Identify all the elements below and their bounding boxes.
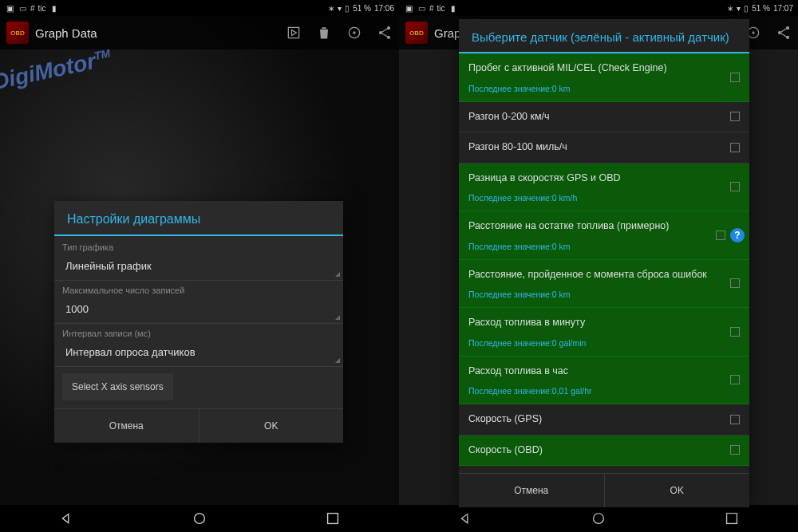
status-bar: ▣ ▭ # tic ▮ ∗ ▾ ▯ 51 % 17:06 (0, 0, 399, 16)
sensor-checkbox[interactable] (730, 73, 740, 82)
wifi-icon: ▾ (737, 4, 741, 13)
carrier-label: tic (437, 4, 445, 13)
sensor-checkbox[interactable] (716, 231, 725, 240)
ok-button[interactable]: OK (605, 474, 750, 507)
dialog-title: Настройки диаграммы (54, 201, 343, 234)
play-icon[interactable] (286, 25, 302, 41)
app-title: Graph Data (35, 26, 279, 40)
app-bar: OBD Graph Data (0, 16, 399, 49)
recent-icon[interactable] (723, 510, 741, 527)
wifi-icon: ▾ (338, 4, 342, 13)
sensor-item[interactable]: Разгон 0-200 км/ч (459, 102, 749, 133)
sensor-last-value: Последнее значение:0 km (468, 84, 721, 93)
svg-point-12 (594, 514, 604, 524)
sensor-checkbox[interactable] (730, 415, 740, 424)
sensor-checkbox[interactable] (730, 375, 740, 384)
sensor-last-value: Последнее значение:0 gal/min (468, 338, 721, 348)
sensor-name: Скорость (GPS) (468, 412, 721, 427)
sensor-checkbox[interactable] (730, 112, 740, 121)
chart-type-label: Тип графика (54, 238, 343, 254)
sensor-item[interactable]: Разница в скоростях GPS и OBDПоследнее з… (459, 164, 749, 212)
sensor-name: Расстояние, пройденное с момента сброса … (468, 268, 721, 282)
svg-point-3 (379, 31, 382, 34)
interval-label: Интервал записи (мс) (54, 324, 343, 340)
sensor-name: Разгон 80-100 миль/ч (468, 140, 721, 155)
back-icon[interactable] (57, 510, 75, 527)
cancel-button[interactable]: Отмена (459, 474, 605, 507)
sensor-name: Расход топлива в час (468, 365, 721, 379)
sensor-item[interactable]: Расстояние на остатке топлива (примерно)… (459, 211, 749, 260)
signal-icon: ▮ (448, 3, 458, 13)
sensor-checkbox[interactable] (730, 278, 740, 288)
sensor-item[interactable]: Пробег с активной MIL/CEL (Check Engine)… (459, 53, 749, 102)
sensor-name: Расход топлива в минуту (468, 316, 721, 330)
svg-point-9 (786, 26, 789, 30)
svg-point-5 (195, 514, 205, 524)
sensor-name: Пробег с активной MIL/CEL (Check Engine) (468, 61, 721, 76)
svg-rect-13 (726, 514, 737, 524)
sensor-name: Скорость (OBD) (468, 443, 721, 458)
chart-type-select[interactable]: Линейный график (54, 254, 343, 281)
carrier-label: tic (38, 4, 46, 13)
svg-point-11 (786, 36, 789, 39)
svg-point-1 (353, 31, 355, 33)
home-icon[interactable] (191, 510, 208, 527)
sensor-last-value: Последнее значение:0 km (468, 242, 721, 251)
interval-select[interactable]: Интервал опроса датчиков (54, 340, 343, 367)
sensor-item[interactable]: Расстояние, пройденное с момента сброса … (459, 260, 749, 309)
clock-label: 17:06 (374, 4, 394, 13)
sensor-list[interactable]: Пробег с активной MIL/CEL (Check Engine)… (459, 53, 749, 473)
bluetooth-icon: ∗ (727, 4, 733, 13)
battery-label: 51 % (353, 4, 371, 13)
sensor-name: Расстояние на остатке топлива (примерно) (468, 219, 721, 234)
sensor-item[interactable]: Разгон 80-100 миль/ч (459, 132, 749, 164)
svg-point-8 (752, 31, 754, 33)
cancel-button[interactable]: Отмена (54, 409, 200, 443)
battery-icon: ▯ (744, 4, 749, 13)
battery-label: 51 % (752, 4, 770, 13)
sensor-checkbox[interactable] (730, 143, 740, 152)
battery-icon: ▯ (345, 4, 350, 13)
notif-icon: ▣ (404, 3, 413, 13)
sensor-select-dialog: Выберите датчик (зелёный - активный датч… (459, 19, 749, 507)
status-bar: ▣ ▭ # tic ▮ ∗ ▾ ▯ 51 % 17:07 (399, 0, 798, 16)
dialog-title: Выберите датчик (зелёный - активный датч… (459, 19, 749, 52)
sensor-checkbox[interactable] (730, 182, 740, 191)
back-icon[interactable] (456, 510, 474, 527)
svg-point-10 (778, 31, 781, 34)
sensor-last-value: Последнее значение:0 km/h (468, 193, 721, 203)
signal-icon: ▮ (49, 3, 59, 13)
target-icon[interactable] (346, 25, 362, 41)
select-sensors-button[interactable]: Select X axis sensors (62, 373, 173, 400)
sensor-last-value: Последнее значение:0 km (468, 290, 721, 299)
sensor-name: Разгон 0-200 км/ч (468, 110, 721, 124)
max-records-select[interactable]: 1000 (54, 297, 343, 324)
notif-icon: ▣ (5, 3, 14, 13)
sensor-checkbox[interactable] (730, 327, 740, 337)
sensor-item[interactable]: Скорость (OBD) (459, 435, 749, 467)
bluetooth-icon: ∗ (328, 4, 334, 13)
recent-icon[interactable] (324, 510, 342, 527)
app-logo-icon: OBD (6, 22, 29, 44)
hash-icon: # (429, 4, 434, 13)
sensor-item[interactable]: Расход топлива в часПоследнее значение:0… (459, 357, 749, 405)
svg-rect-6 (327, 514, 338, 524)
help-icon[interactable]: ? (730, 228, 745, 242)
trash-icon[interactable] (316, 25, 332, 41)
svg-point-4 (387, 36, 390, 39)
share-icon[interactable] (377, 25, 393, 41)
share-icon[interactable] (776, 25, 792, 41)
notif-icon: ▭ (417, 3, 426, 13)
ok-button[interactable]: OK (200, 409, 344, 443)
chart-settings-dialog: Настройки диаграммы Тип графика Линейный… (54, 201, 343, 443)
home-icon[interactable] (590, 510, 607, 527)
sensor-item[interactable]: Скорость (GPS) (459, 404, 749, 435)
sensor-last-value: Последнее значение:0,01 gal/hr (468, 386, 721, 396)
hash-icon: # (30, 4, 35, 13)
max-records-label: Максимальное число записей (54, 281, 343, 297)
sensor-checkbox[interactable] (730, 445, 740, 455)
nav-bar (399, 505, 798, 532)
svg-point-2 (387, 26, 390, 30)
nav-bar (0, 505, 399, 532)
sensor-item[interactable]: Расход топлива в минутуПоследнее значени… (459, 308, 749, 357)
